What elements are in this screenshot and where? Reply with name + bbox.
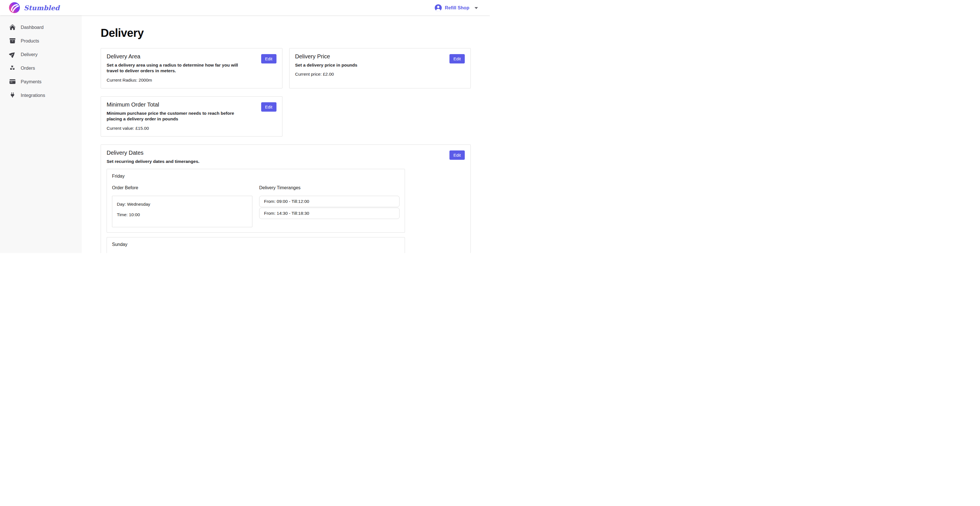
card-title: Delivery Dates — [107, 149, 465, 156]
order-before-label: Order Before — [112, 185, 252, 190]
delivery-area-card: Delivery Area Set a delivery area using … — [101, 48, 282, 89]
delivery-day-block-friday: Friday Order Before Day: Wednesday Time:… — [107, 169, 405, 233]
brand[interactable]: Stumbled — [8, 2, 60, 14]
chevron-down-icon — [474, 7, 478, 10]
order-before-day: Day: Wednesday — [117, 202, 248, 207]
card-description: Set a delivery area using a radius to de… — [107, 62, 243, 74]
sidebar-item-dashboard[interactable]: Dashboard — [0, 21, 82, 34]
delivery-price-card: Delivery Price Set a delivery price in p… — [289, 48, 471, 89]
timerange-row: From: 14:30 - Till:18:30 — [259, 208, 399, 219]
order-before-box: Day: Wednesday Time: 10:00 — [112, 196, 252, 227]
timeranges-column: Delivery Timeranges From: 09:00 - Till:1… — [259, 185, 399, 227]
credit-card-icon — [9, 78, 16, 85]
sidebar-item-payments[interactable]: Payments — [0, 75, 82, 89]
order-before-time: Time: 10:00 — [117, 212, 248, 217]
timeranges-label: Delivery Timeranges — [259, 185, 399, 190]
card-description: Set recurring delivery dates and timeran… — [107, 159, 243, 164]
sidebar-item-integrations[interactable]: Integrations — [0, 89, 82, 102]
user-circle-icon — [434, 4, 442, 12]
edit-delivery-price-button[interactable]: Edit — [449, 54, 465, 63]
current-min-order-value: Current value: £15.00 — [107, 126, 277, 131]
sidebar: Dashboard Products — [0, 15, 82, 253]
grid-spacer — [289, 96, 471, 136]
edit-delivery-area-button[interactable]: Edit — [261, 54, 277, 63]
minimum-order-total-card: Minimum Order Total Minimum purchase pri… — [101, 96, 282, 136]
day-name: Friday — [112, 174, 399, 179]
delivery-dates-card: Delivery Dates Set recurring delivery da… — [101, 144, 471, 253]
paper-plane-icon — [9, 51, 16, 58]
card-title: Minimum Order Total — [107, 102, 277, 108]
card-title: Delivery Price — [295, 53, 465, 60]
edit-minimum-order-button[interactable]: Edit — [261, 102, 277, 112]
sidebar-item-label: Delivery — [21, 52, 38, 57]
plug-icon — [9, 92, 16, 98]
edit-delivery-dates-button[interactable]: Edit — [449, 151, 465, 160]
archive-box-icon — [9, 37, 16, 44]
current-price-value: Current price: £2.00 — [295, 72, 465, 77]
sidebar-item-orders[interactable]: Orders — [0, 61, 82, 75]
app-root: Stumbled Refill Shop — [0, 0, 490, 253]
sidebar-item-label: Dashboard — [21, 25, 44, 30]
home-icon — [9, 24, 16, 30]
main-content: Delivery Delivery Area Set a delivery ar… — [82, 15, 490, 253]
day-name: Sunday — [112, 242, 399, 247]
brand-name: Stumbled — [24, 4, 60, 12]
delivery-day-block-sunday: Sunday Order Before Delivery Timeranges — [107, 237, 405, 253]
page-title: Delivery — [101, 27, 471, 40]
sidebar-item-label: Products — [21, 38, 39, 44]
timerange-row: From: 09:00 - Till:12:00 — [259, 196, 399, 207]
sidebar-item-products[interactable]: Products — [0, 34, 82, 48]
card-description: Minimum purchase price the customer need… — [107, 111, 243, 122]
sidebar-item-label: Payments — [21, 79, 41, 84]
current-radius-value: Current Radius: 2000m — [107, 78, 277, 83]
stumbled-swirl-logo-icon — [8, 2, 21, 14]
sidebar-item-label: Orders — [21, 65, 35, 71]
sidebar-item-delivery[interactable]: Delivery — [0, 48, 82, 61]
account-menu[interactable]: Refill Shop — [434, 4, 478, 12]
order-before-column: Order Before Day: Wednesday Time: 10:00 — [112, 185, 252, 227]
card-title: Delivery Area — [107, 53, 277, 60]
account-name: Refill Shop — [445, 5, 469, 11]
top-header: Stumbled Refill Shop — [0, 0, 490, 15]
stacked-cubes-icon — [9, 65, 16, 71]
sidebar-item-label: Integrations — [21, 93, 45, 98]
card-description: Set a delivery price in pounds — [295, 62, 431, 68]
